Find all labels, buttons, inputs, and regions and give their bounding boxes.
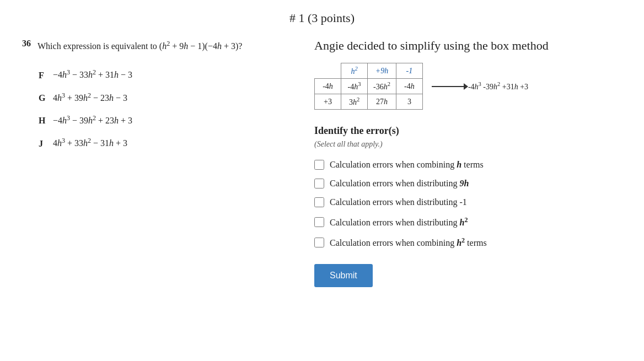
- page-title: # 1 (3 points): [22, 11, 622, 25]
- arrow-result: -4h3 -39h2 +31h +3: [468, 81, 528, 91]
- table-cell-neg36h2: -36h2: [368, 79, 396, 94]
- table-cell-27h: 27h: [368, 94, 396, 110]
- box-method-title: Angie decided to simplify using the box …: [314, 39, 622, 53]
- question-text: Which expression is equivalent to (h2 + …: [37, 39, 242, 53]
- identify-subtitle: (Select all that apply.): [314, 140, 622, 149]
- option-h2-distributing-label: Calculation errors when distributing h2: [330, 216, 468, 228]
- option-h-terms-label: Calculation errors when combining h term…: [330, 160, 484, 170]
- choice-G: G 4h3 + 39h2 − 23h − 3: [39, 91, 292, 103]
- arrow-area: -4h3 -39h2 +31h +3: [432, 81, 528, 91]
- table-cell-3: 3: [396, 94, 422, 110]
- arrow-icon: [432, 86, 465, 87]
- choice-letter-J: J: [39, 139, 47, 149]
- option-9h[interactable]: Calculation errors when distributing 9h: [314, 179, 622, 188]
- option-9h-label: Calculation errors when distributing 9h: [330, 179, 469, 188]
- choices-list: F −4h3 − 33h2 + 31h − 3 G 4h3 + 39h2 − 2…: [39, 68, 292, 148]
- table-cell-neg4h3: -4h3: [341, 79, 368, 94]
- table-side-neg4h: -4h: [315, 79, 341, 94]
- checkbox-neg1[interactable]: [314, 197, 324, 207]
- option-neg1-label: Calculation errors when distributing -1: [330, 197, 467, 207]
- option-h2-combining[interactable]: Calculation errors when combining h2 ter…: [314, 236, 622, 248]
- table-side-plus3: +3: [315, 94, 341, 110]
- choice-expression-J: 4h3 + 33h2 − 31h + 3: [53, 137, 127, 148]
- checkbox-h2-distributing[interactable]: [314, 217, 324, 227]
- box-method-container: h2 +9h -1 -4h -4h3 -36h2 -4h +3 3h2 27h …: [314, 63, 622, 110]
- checkbox-list: Calculation errors when combining h term…: [314, 160, 622, 249]
- choice-F: F −4h3 − 33h2 + 31h − 3: [39, 68, 292, 80]
- question-number: 36: [22, 39, 31, 49]
- choice-J: J 4h3 + 33h2 − 31h + 3: [39, 137, 292, 148]
- option-h2-combining-label: Calculation errors when combining h2 ter…: [330, 236, 487, 248]
- choice-letter-H: H: [39, 116, 47, 126]
- table-header-9h: +9h: [368, 63, 396, 79]
- option-neg1[interactable]: Calculation errors when distributing -1: [314, 197, 622, 207]
- choice-letter-F: F: [39, 71, 47, 80]
- checkbox-h-terms[interactable]: [314, 160, 324, 170]
- identify-title: Identify the error(s): [314, 125, 622, 137]
- table-cell-3h2: 3h2: [341, 94, 368, 110]
- choice-letter-G: G: [39, 93, 47, 103]
- box-method-table: h2 +9h -1 -4h -4h3 -36h2 -4h +3 3h2 27h …: [314, 63, 423, 110]
- submit-button[interactable]: Submit: [314, 264, 373, 287]
- choice-H: H −4h3 − 39h2 + 23h + 3: [39, 114, 292, 126]
- checkbox-9h[interactable]: [314, 179, 324, 188]
- choice-expression-F: −4h3 − 33h2 + 31h − 3: [53, 68, 132, 80]
- table-header-neg1: -1: [396, 63, 422, 79]
- option-h-terms[interactable]: Calculation errors when combining h term…: [314, 160, 622, 170]
- option-h2-distributing[interactable]: Calculation errors when distributing h2: [314, 216, 622, 228]
- table-header-h2: h2: [341, 63, 368, 79]
- table-cell-neg4h: -4h: [396, 79, 422, 94]
- choice-expression-G: 4h3 + 39h2 − 23h − 3: [53, 91, 127, 103]
- choice-expression-H: −4h3 − 39h2 + 23h + 3: [53, 114, 132, 126]
- checkbox-h2-combining[interactable]: [314, 238, 324, 247]
